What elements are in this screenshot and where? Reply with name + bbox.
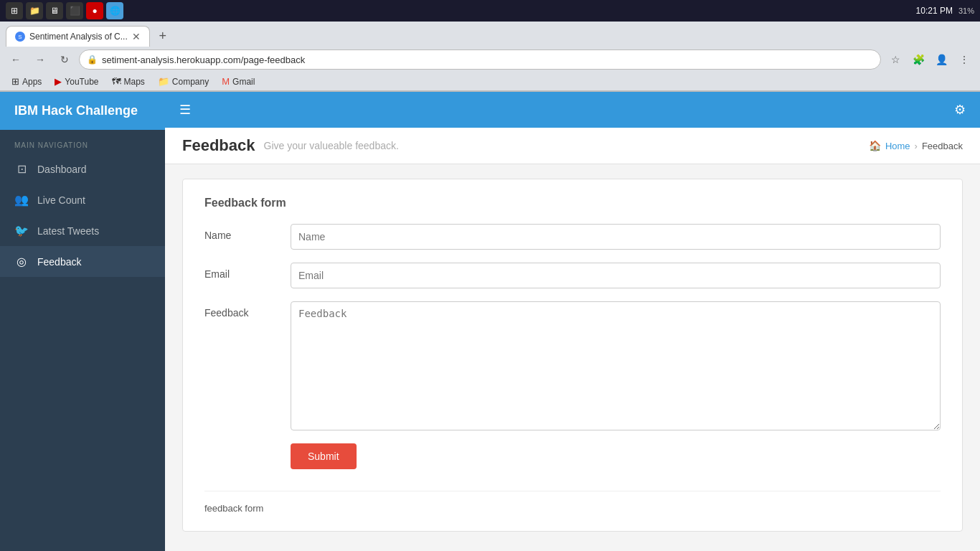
sidebar-item-feedback[interactable]: ◎ Feedback [0, 246, 165, 277]
feedback-label: Feedback [204, 301, 291, 319]
bookmark-apps[interactable]: ⊞ Apps [6, 74, 47, 89]
maps-icon: 🗺 [112, 76, 121, 87]
content-area: Feedback form Name Email Feedback [165, 164, 980, 546]
feedback-textarea[interactable] [291, 301, 941, 430]
page-heading-bar: Feedback Give your valueable feedback. 🏠… [165, 128, 980, 164]
app-title: IBM Hack Challenge [14, 103, 138, 118]
extension-button[interactable]: 🧩 [908, 50, 928, 70]
address-bar-actions: ☆ 🧩 👤 ⋮ [885, 50, 974, 70]
bookmark-youtube[interactable]: ▶ YouTube [49, 74, 104, 89]
tab-bar: S Sentiment Analysis of C... ✕ + [0, 22, 980, 47]
youtube-icon: ▶ [55, 76, 62, 87]
bookmark-company-label: Company [172, 77, 209, 87]
address-text: setiment-analysis.herokuapp.com/page-fee… [102, 55, 305, 65]
twitter-icon: 🐦 [14, 224, 29, 237]
os-taskbar: ⊞ 📁 🖥 ⬛ ● 🌐 10:21 PM 31% [0, 0, 980, 22]
sidebar-header: IBM Hack Challenge [0, 92, 165, 130]
breadcrumb: 🏠 Home › Feedback [869, 140, 963, 151]
hamburger-button[interactable]: ☰ [179, 102, 191, 118]
browser-chrome: S Sentiment Analysis of C... ✕ + ← → ↻ 🔒… [0, 22, 980, 92]
refresh-button[interactable]: ↻ [55, 50, 75, 70]
taskbar-time: 10:21 PM 31% [916, 6, 974, 16]
feedback-icon: ◎ [14, 255, 29, 268]
breadcrumb-current: Feedback [922, 141, 963, 151]
app-wrapper: IBM Hack Challenge MAIN NAVIGATION ⊡ Das… [0, 92, 980, 551]
new-tab-button[interactable]: + [153, 27, 173, 47]
back-button[interactable]: ← [6, 50, 26, 70]
feedback-form-group: Feedback [204, 301, 941, 430]
browser-tab-active[interactable]: S Sentiment Analysis of C... ✕ [6, 26, 150, 47]
address-bar-row: ← → ↻ 🔒 setiment-analysis.herokuapp.com/… [0, 47, 980, 72]
home-icon: 🏠 [869, 140, 881, 151]
taskbar-icon-3[interactable]: ⬛ [66, 2, 83, 19]
form-title: Feedback form [204, 197, 941, 209]
form-footer-text: feedback form [204, 491, 941, 514]
breadcrumb-home[interactable]: Home [885, 141, 910, 151]
settings-button[interactable]: ⚙ [954, 102, 966, 118]
battery-display: 31% [958, 6, 974, 15]
bookmark-youtube-label: YouTube [65, 77, 98, 87]
name-label: Name [204, 224, 291, 241]
main-content: ☰ ⚙ Feedback Give your valueable feedbac… [165, 92, 980, 551]
bookmark-gmail-label: Gmail [232, 77, 255, 87]
email-input[interactable] [291, 263, 941, 288]
menu-button[interactable]: ⋮ [954, 50, 974, 70]
tab-close-button[interactable]: ✕ [132, 31, 141, 42]
page-subtitle: Give your valueable feedback. [264, 140, 399, 151]
page-title: Feedback [182, 136, 255, 155]
sidebar-item-live-count[interactable]: 👥 Live Count [0, 184, 165, 215]
tab-title: Sentiment Analysis of C... [29, 32, 128, 42]
lock-icon: 🔒 [87, 55, 98, 65]
bookmark-maps-label: Maps [124, 77, 145, 87]
bookmark-apps-label: Apps [22, 77, 42, 87]
sidebar-item-feedback-label: Feedback [37, 256, 81, 268]
taskbar-icon-0[interactable]: ⊞ [6, 2, 23, 19]
tab-favicon: S [15, 32, 25, 42]
live-count-icon: 👥 [14, 193, 29, 207]
sidebar-item-live-count-label: Live Count [37, 194, 85, 206]
taskbar-icon-2[interactable]: 🖥 [46, 2, 63, 19]
name-form-group: Name [204, 224, 941, 250]
email-label: Email [204, 263, 291, 280]
nav-label: MAIN NAVIGATION [0, 130, 165, 154]
gmail-icon: M [222, 76, 230, 87]
dashboard-icon: ⊡ [14, 162, 29, 176]
feedback-form-card: Feedback form Name Email Feedback [182, 179, 963, 532]
sidebar-item-latest-tweets[interactable]: 🐦 Latest Tweets [0, 215, 165, 246]
taskbar-icon-4[interactable]: ● [86, 2, 103, 19]
address-bar[interactable]: 🔒 setiment-analysis.herokuapp.com/page-f… [79, 50, 881, 70]
bookmark-gmail[interactable]: M Gmail [216, 74, 260, 89]
email-form-group: Email [204, 263, 941, 288]
profile-button[interactable]: 👤 [931, 50, 951, 70]
apps-icon: ⊞ [11, 76, 19, 87]
bookmarks-bar: ⊞ Apps ▶ YouTube 🗺 Maps 📁 Company M Gmai… [0, 72, 980, 91]
name-input[interactable] [291, 224, 941, 250]
sidebar-item-tweets-label: Latest Tweets [37, 225, 99, 237]
taskbar-icon-5[interactable]: 🌐 [106, 2, 123, 19]
bookmark-company[interactable]: 📁 Company [152, 74, 215, 89]
submit-group: Submit [204, 443, 941, 469]
time-display: 10:21 PM [916, 6, 953, 16]
sidebar-item-dashboard[interactable]: ⊡ Dashboard [0, 154, 165, 184]
star-button[interactable]: ☆ [885, 50, 905, 70]
main-header: ☰ ⚙ [165, 92, 980, 128]
sidebar: IBM Hack Challenge MAIN NAVIGATION ⊡ Das… [0, 92, 165, 551]
submit-button[interactable]: Submit [291, 443, 357, 469]
forward-button[interactable]: → [30, 50, 50, 70]
company-icon: 📁 [158, 76, 169, 87]
sidebar-item-dashboard-label: Dashboard [37, 164, 87, 175]
taskbar-icon-1[interactable]: 📁 [26, 2, 43, 19]
breadcrumb-separator: › [915, 141, 918, 151]
bookmark-maps[interactable]: 🗺 Maps [106, 74, 151, 89]
